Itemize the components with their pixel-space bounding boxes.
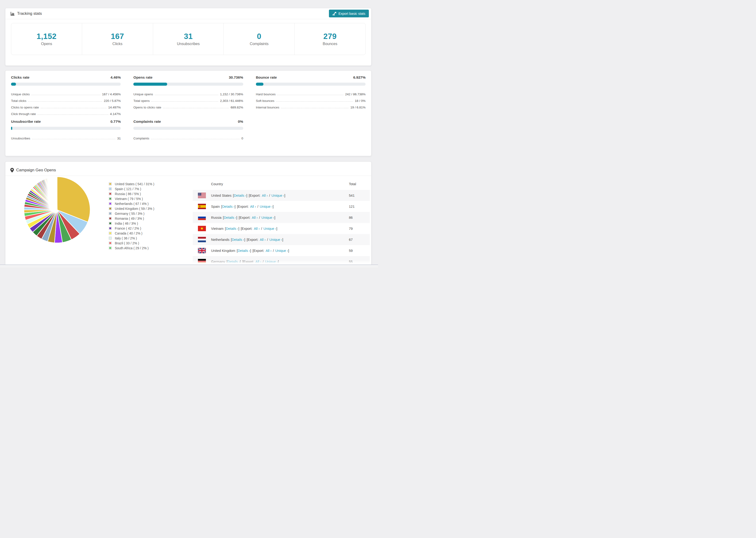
tracking-stats-header: Tracking stats Export basic stats — [5, 8, 371, 19]
legend-label: Spain ( 121 / 7% ) — [115, 187, 141, 191]
stat-box-opens: 1,152Opens — [11, 23, 82, 55]
stat-value: 0 — [257, 32, 261, 41]
rate-detail-value: 2,303 / 61.446% — [220, 99, 243, 103]
stat-label: Opens — [41, 42, 52, 46]
es-flag-icon — [198, 204, 206, 209]
bracket: ] — [284, 194, 285, 197]
country-cell: Netherlands[Details ›][Export:All ›/Uniq… — [211, 238, 283, 242]
bracket: ] — [235, 205, 236, 208]
legend-label: Brazil ( 33 / 2% ) — [115, 241, 139, 245]
country-name: United Kingdom — [211, 249, 235, 252]
leader-dots — [155, 95, 219, 95]
export-prefix: [Export: — [239, 216, 250, 219]
rate-detail-label: Unsubscribes — [11, 136, 30, 140]
legend-label: Russia ( 86 / 5% ) — [115, 192, 141, 196]
details-link[interactable]: Details › — [232, 238, 244, 242]
export-all-link[interactable]: All › — [260, 238, 266, 242]
rate-detail-label: Total opens — [134, 99, 149, 103]
rate-head: Opens rate30.736% — [134, 75, 243, 80]
legend-label: United States ( 541 / 31% ) — [115, 182, 154, 186]
legend-label: United Kingdom ( 59 / 3% ) — [115, 207, 154, 211]
rate-rows: Complaints0 — [134, 134, 243, 140]
export-all-link[interactable]: All › — [262, 194, 268, 197]
rate-detail-row: Internal bounces19 / 6.81% — [256, 103, 365, 109]
country-total: 79 — [349, 227, 352, 231]
rate-detail-label: Unique clicks — [11, 92, 30, 96]
legend-swatch — [109, 232, 112, 235]
export-all-link[interactable]: All › — [266, 249, 271, 252]
rate-detail-row: Total clicks220 / 5.87% — [11, 96, 121, 103]
country-name: Germany — [211, 260, 225, 264]
rate-detail-value: 4.147% — [110, 112, 121, 116]
legend-label: Romania ( 49 / 3% ) — [115, 217, 144, 220]
country-name: Spain — [211, 205, 220, 208]
export-prefix: [Export: — [249, 194, 260, 197]
us-flag-icon — [198, 193, 206, 198]
export-all-link[interactable]: All › — [255, 260, 261, 264]
details-link[interactable]: Details › — [226, 227, 238, 231]
country-cell: Spain[Details ›][Export:All ›/Unique ›] — [211, 205, 274, 208]
rates-grid: Clicks rate4.46%Unique clicks167 / 4.456… — [5, 71, 371, 145]
legend-label: India ( 46 / 3% ) — [115, 222, 138, 225]
export-unique-link[interactable]: Unique › — [275, 249, 288, 252]
export-unique-link[interactable]: Unique › — [263, 227, 276, 231]
slash: / — [263, 260, 264, 264]
stat-label: Bounces — [323, 42, 337, 46]
table-row-vn: Vietnam[Details ›][Export:All ›/Unique ›… — [193, 223, 370, 234]
legend-swatch — [109, 192, 112, 195]
export-basic-stats-button[interactable]: Export basic stats — [329, 10, 369, 17]
export-all-link[interactable]: All › — [252, 216, 258, 219]
legend-item: Canada ( 40 / 2% ) — [109, 231, 154, 236]
export-all-link[interactable]: All › — [254, 227, 260, 231]
rate-detail-value: 18 / 0% — [355, 99, 365, 103]
rate-detail-row: Unique clicks167 / 4.456% — [11, 89, 121, 96]
export-unique-link[interactable]: Unique › — [260, 205, 273, 208]
details-link[interactable]: Details › — [234, 194, 246, 197]
bracket: ] — [246, 194, 247, 197]
rate-detail-value: 14.497% — [108, 106, 121, 109]
rate-detail-label: Internal bounces — [256, 106, 279, 109]
rate-detail-row: Unsubscribes31 — [11, 134, 121, 140]
legend-item: Netherlands ( 67 / 4% ) — [109, 201, 154, 206]
export-unique-link[interactable]: Unique › — [261, 216, 274, 219]
leader-dots — [28, 101, 102, 102]
vn-flag-icon — [198, 226, 206, 231]
progress-bar-fill — [134, 82, 167, 86]
column-header-country: Country — [211, 182, 223, 186]
stat-label: Unsubscribes — [177, 42, 200, 46]
export-all-link[interactable]: All › — [250, 205, 256, 208]
details-link[interactable]: Details › — [224, 216, 236, 219]
rate-title: Complaints rate — [134, 120, 161, 124]
country-name: Russia — [211, 216, 221, 219]
export-prefix: [Export: — [246, 238, 258, 242]
leader-dots — [281, 108, 349, 108]
leader-dots — [151, 101, 218, 102]
leader-dots — [32, 139, 116, 139]
details-link[interactable]: Details › — [228, 260, 240, 264]
details-link[interactable]: Details › — [222, 205, 235, 208]
rate-detail-label: Total clicks — [11, 99, 26, 103]
column-header-total: Total — [349, 182, 356, 186]
progress-bar-fill — [11, 127, 12, 130]
geo-table-body: United States[Details ›][Export:All ›/Un… — [193, 190, 370, 265]
rate-detail-label: Complaints — [134, 136, 149, 140]
details-link[interactable]: Details › — [238, 249, 250, 252]
rate-percent: 0.77% — [110, 120, 121, 124]
export-unique-link[interactable]: Unique › — [269, 238, 282, 242]
stat-label: Clicks — [112, 42, 123, 46]
rate-detail-value: 31 — [117, 136, 121, 140]
rate-block-3: Unsubscribe rate0.77%Unsubscribes31 — [11, 120, 121, 140]
rate-rows: Unsubscribes31 — [11, 134, 121, 140]
progress-bar — [134, 127, 243, 130]
campaign-geo-opens-panel: Campaign Geo Opens United States ( 541 /… — [5, 161, 371, 265]
rate-detail-row: Hard bounces242 / 86.738% — [256, 89, 365, 96]
export-unique-link[interactable]: Unique › — [265, 260, 278, 264]
rate-detail-value: 689.82% — [231, 106, 243, 109]
legend-label: Germany ( 55 / 3% ) — [115, 212, 144, 215]
leader-dots — [276, 101, 353, 102]
leader-dots — [151, 139, 240, 139]
bracket: ] — [274, 216, 275, 219]
export-unique-link[interactable]: Unique › — [271, 194, 284, 197]
leader-dots — [163, 108, 229, 108]
legend-item: Romania ( 49 / 3% ) — [109, 216, 154, 221]
